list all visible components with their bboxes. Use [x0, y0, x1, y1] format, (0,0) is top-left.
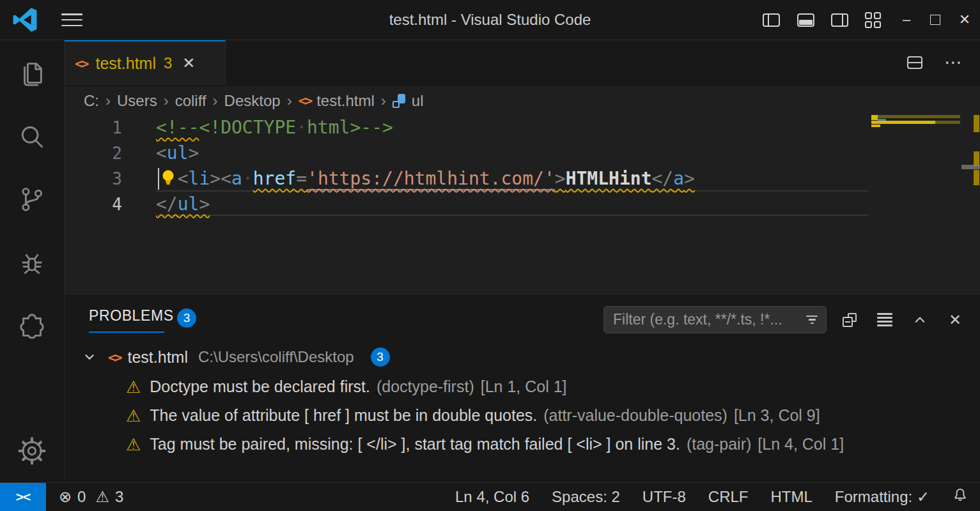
problem-row-1[interactable]: ⚠ Doctype must be declared first. (docty…: [65, 372, 567, 401]
explorer-icon[interactable]: [17, 57, 47, 88]
toggle-panel-icon[interactable]: [797, 12, 814, 27]
symbol-element-icon: [393, 94, 407, 108]
extensions-icon[interactable]: [17, 310, 47, 341]
tab-close-icon[interactable]: ✕: [182, 54, 195, 72]
toggle-secondary-sidebar-icon[interactable]: [830, 12, 848, 27]
breadcrumb-coliff[interactable]: coliff: [175, 92, 206, 110]
problems-file-group[interactable]: <> test.html C:\Users\coliff\Desktop 3: [65, 344, 390, 370]
breadcrumb-separator: ›: [105, 92, 111, 110]
problem-message: Tag must be paired, missing: [ </li> ], …: [150, 435, 680, 454]
whitespace-dot: ·: [242, 168, 253, 189]
html-file-icon: <>: [299, 93, 311, 109]
cursor-position[interactable]: Ln 4, Col 6: [455, 488, 529, 506]
window-title: test.html - Visual Studio Code: [192, 0, 788, 40]
chevron-down-icon[interactable]: [82, 350, 97, 364]
file-name: test.html: [128, 348, 188, 367]
remote-indicator[interactable]: ><: [0, 483, 46, 511]
breadcrumb-drive[interactable]: C:: [84, 92, 99, 110]
filter-input[interactable]: [612, 310, 802, 329]
activity-bar: [0, 40, 65, 482]
error-count: 0: [77, 488, 86, 506]
code-line-2[interactable]: 2 <ul>: [65, 141, 870, 166]
breadcrumb-separator: ›: [287, 92, 292, 110]
warning-icon: ⚠: [95, 488, 109, 506]
problem-message: The value of attribute [ href ] must be …: [150, 406, 537, 425]
maximize-button[interactable]: [926, 12, 944, 27]
problem-row-2[interactable]: ⚠ The value of attribute [ href ] must b…: [65, 401, 820, 430]
lightbulb-icon[interactable]: [160, 169, 176, 186]
toggle-sidebar-icon[interactable]: [762, 12, 780, 27]
breadcrumb-desktop[interactable]: Desktop: [224, 92, 281, 110]
breadcrumb-separator: ›: [164, 92, 169, 110]
vscode-logo-icon: [12, 7, 38, 33]
customize-layout-icon[interactable]: [864, 12, 882, 27]
encoding[interactable]: UTF-8: [642, 488, 686, 506]
breadcrumb-file[interactable]: test.html: [316, 92, 375, 110]
code-token-link[interactable]: 'https://htmlhint.com/': [307, 168, 555, 190]
overview-ruler-scrollbar[interactable]: [961, 115, 980, 294]
status-bar: >< ⊗ 0 ⚠ 3 Ln 4, Col 6 Spaces: 2 UTF-8 C…: [0, 482, 980, 511]
language-mode[interactable]: HTML: [771, 488, 813, 506]
code-line-1[interactable]: 1 <!--<!DOCTYPE·html>-->: [65, 115, 870, 141]
vscode-window: test.html - Visual Studio Code – ✕: [0, 0, 980, 511]
notifications-bell-icon[interactable]: [952, 487, 968, 507]
code-token: >: [210, 168, 221, 189]
tab-test-html[interactable]: <> test.html 3 ✕: [65, 40, 226, 85]
code-token: <!DOCTYPE: [199, 117, 296, 138]
code-token: a: [673, 168, 684, 189]
indentation[interactable]: Spaces: 2: [552, 488, 620, 506]
status-problems-summary[interactable]: ⊗ 0 ⚠ 3: [59, 488, 123, 506]
tab-problems[interactable]: PROBLEMS: [89, 307, 174, 324]
code-text: <ul>: [156, 141, 199, 166]
problems-count-badge: 3: [177, 309, 196, 328]
breadcrumb-separator: ›: [213, 92, 218, 110]
file-problems-badge: 3: [371, 347, 390, 367]
line-number: 2: [65, 141, 122, 166]
code-token: li: [189, 168, 210, 189]
code-editor[interactable]: 1 <!--<!DOCTYPE·html>--> 2 <ul> 3 <li><a…: [65, 115, 980, 294]
problem-row-3[interactable]: ⚠ Tag must be paired, missing: [ </li> ]…: [65, 430, 844, 459]
filter-icon: [805, 316, 818, 324]
code-text: <!--<!DOCTYPE·html>-->: [156, 115, 393, 141]
search-icon[interactable]: [17, 121, 47, 152]
minimap-mark: [871, 125, 880, 127]
breadcrumb-users[interactable]: Users: [117, 92, 157, 110]
close-panel-icon[interactable]: ✕: [947, 312, 963, 328]
problem-source: (tag-pair): [687, 435, 751, 454]
line-number: 1: [65, 115, 122, 141]
scrollbar-slider[interactable]: [961, 165, 980, 169]
breadcrumb-symbol[interactable]: ul: [412, 92, 424, 110]
maximize-panel-icon[interactable]: [912, 312, 928, 328]
problems-filter: [603, 306, 827, 333]
collapse-all-icon[interactable]: [841, 312, 858, 328]
code-line-3[interactable]: 3 <li><a·href='https://htmlhint.com/'>HT…: [65, 166, 870, 192]
eol-sequence[interactable]: CRLF: [708, 488, 749, 506]
formatting-status[interactable]: Formatting: ✓: [835, 488, 929, 506]
html-file-icon: <>: [75, 56, 87, 72]
warning-ruler-mark: [974, 170, 979, 185]
close-window-button[interactable]: ✕: [956, 12, 974, 27]
split-editor-icon[interactable]: [907, 56, 922, 69]
minimap[interactable]: [871, 115, 961, 294]
warning-ruler-mark: [974, 151, 979, 166]
code-token: >: [189, 142, 199, 164]
code-line-4[interactable]: 4 </ul>: [65, 192, 870, 217]
code-text: <li><a·href='https://htmlhint.com/'>HTML…: [156, 166, 695, 192]
titlebar: test.html - Visual Studio Code – ✕: [0, 0, 980, 40]
code-token: =: [296, 168, 307, 189]
code-token: </: [651, 168, 673, 189]
minimap-mark: [878, 115, 960, 118]
source-control-icon[interactable]: [17, 184, 47, 215]
more-actions-icon[interactable]: ⋯: [944, 56, 962, 69]
code-token: </: [156, 194, 178, 215]
problems-panel: PROBLEMS 3 ✕ <> test.html C:\Users\colif…: [65, 294, 980, 482]
run-debug-icon[interactable]: [17, 248, 47, 278]
code-token: >: [199, 194, 210, 215]
settings-gear-icon[interactable]: [17, 436, 47, 466]
error-icon: ⊗: [59, 488, 72, 506]
code-token: <!--: [156, 117, 199, 138]
minimize-button[interactable]: –: [898, 12, 915, 27]
view-as-table-icon[interactable]: [876, 312, 893, 328]
problem-position: [Ln 1, Col 1]: [481, 378, 567, 396]
menu-icon[interactable]: [61, 13, 82, 26]
